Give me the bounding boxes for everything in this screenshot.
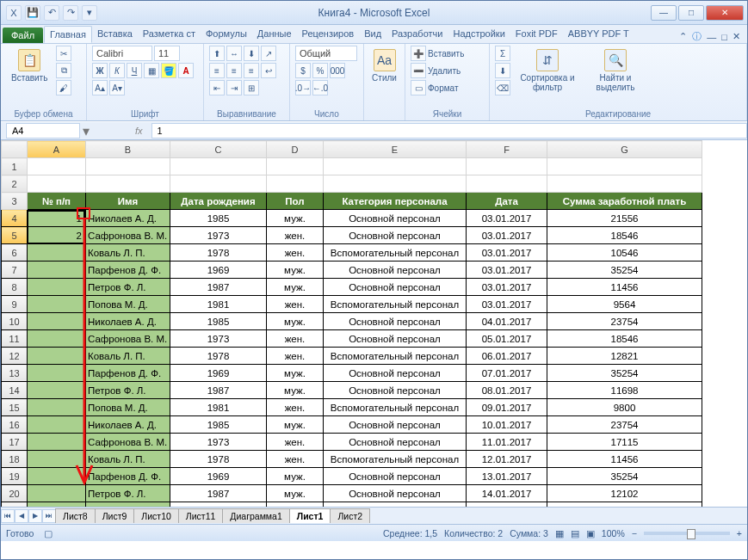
sheet-tab-Диаграмма1[interactable]: Диаграмма1 xyxy=(222,508,289,523)
cell-category[interactable]: Основной персонал xyxy=(324,468,467,485)
worksheet-grid[interactable]: ABCDEFG123№ п/пИмяДата рожденияПолКатего… xyxy=(1,140,747,507)
macro-record-icon[interactable]: ▢ xyxy=(44,528,53,538)
cell[interactable] xyxy=(547,175,702,193)
find-select-button[interactable]: 🔍 Найти и выделить xyxy=(584,46,646,95)
cell[interactable] xyxy=(28,175,86,193)
sheet-tab-Лист11[interactable]: Лист11 xyxy=(178,508,224,523)
cell-name[interactable]: Попова М. Д. xyxy=(86,296,170,313)
cell-birth[interactable]: 1969 xyxy=(170,262,267,279)
cell-sex[interactable]: муж. xyxy=(267,365,324,382)
cell-sex[interactable]: жен. xyxy=(267,296,324,313)
row-header-15[interactable]: 15 xyxy=(2,399,28,416)
number-format-select[interactable]: Общий xyxy=(295,46,357,61)
cell-category[interactable]: Вспомогательный персонал xyxy=(324,399,467,416)
qat-dropdown-icon[interactable]: ▾ xyxy=(82,5,97,21)
cell-sex[interactable]: муж. xyxy=(267,210,324,227)
cell-sex[interactable]: муж. xyxy=(267,382,324,399)
cell-date[interactable]: 05.01.2017 xyxy=(467,330,547,348)
cell-category[interactable]: Основной персонал xyxy=(324,262,467,279)
cell-date[interactable]: 03.01.2017 xyxy=(467,244,547,262)
cell-sex[interactable]: жен. xyxy=(267,348,324,365)
merge-icon[interactable]: ⊞ xyxy=(244,80,259,95)
cell[interactable] xyxy=(28,158,86,175)
sheet-tab-Лист10[interactable]: Лист10 xyxy=(133,508,179,523)
row-header-13[interactable]: 13 xyxy=(2,365,28,382)
cell-date[interactable]: 06.01.2017 xyxy=(467,348,547,365)
cell-date[interactable]: 03.01.2017 xyxy=(467,262,547,279)
row-header-16[interactable]: 16 xyxy=(2,416,28,434)
cell[interactable] xyxy=(170,175,267,193)
select-all-corner[interactable] xyxy=(2,141,28,158)
ribbon-tab-7[interactable]: Разработчи xyxy=(386,26,448,43)
cell-category[interactable]: Основной персонал xyxy=(324,330,467,348)
cell-date[interactable]: 15.01.2017 xyxy=(467,502,547,508)
cell-date[interactable]: 10.01.2017 xyxy=(467,416,547,434)
cell-category[interactable]: Основной персонал xyxy=(324,382,467,399)
cell-sum[interactable]: 9564 xyxy=(547,296,702,313)
copy-icon[interactable]: ⧉ xyxy=(56,63,71,78)
cell-name[interactable]: Петров Ф. Л. xyxy=(86,279,170,296)
fill-color-button[interactable]: 🪣 xyxy=(161,63,176,78)
cell-sum[interactable]: 9800 xyxy=(547,502,702,508)
indent-dec-icon[interactable]: ⇤ xyxy=(209,80,225,95)
cell-sum[interactable]: 17115 xyxy=(547,434,702,451)
cell-name[interactable]: Николаев А. Д. xyxy=(86,416,170,434)
cell-sex[interactable]: муж. xyxy=(267,416,324,434)
cell-idx[interactable] xyxy=(28,382,86,399)
col-header-D[interactable]: D xyxy=(267,141,324,158)
font-color-button[interactable]: A xyxy=(178,63,194,78)
cell-birth[interactable]: 1981 xyxy=(170,502,267,508)
cell-sum[interactable]: 11698 xyxy=(547,382,702,399)
cell-date[interactable]: 12.01.2017 xyxy=(467,451,547,468)
cell-date[interactable]: 14.01.2017 xyxy=(467,485,547,502)
cell-sum[interactable]: 35254 xyxy=(547,468,702,485)
cell-sex[interactable]: жен. xyxy=(267,227,324,244)
font-size-select[interactable]: 11 xyxy=(154,46,180,61)
cell-idx[interactable] xyxy=(28,485,86,502)
row-header-21[interactable]: 21 xyxy=(2,502,28,508)
cell-birth[interactable]: 1969 xyxy=(170,468,267,485)
cell-category[interactable]: Основной персонал xyxy=(324,227,467,244)
close-button[interactable]: ✕ xyxy=(706,5,744,21)
cell-name[interactable]: Петров Ф. Л. xyxy=(86,485,170,502)
cell-sex[interactable]: муж. xyxy=(267,485,324,502)
row-header-12[interactable]: 12 xyxy=(2,348,28,365)
cell-sum[interactable]: 10546 xyxy=(547,244,702,262)
cell-birth[interactable]: 1978 xyxy=(170,451,267,468)
row-header-3[interactable]: 3 xyxy=(2,193,28,210)
cell-sum[interactable]: 11456 xyxy=(547,279,702,296)
cell-sex[interactable]: муж. xyxy=(267,468,324,485)
cell-birth[interactable]: 1981 xyxy=(170,296,267,313)
cell[interactable] xyxy=(170,158,267,175)
cell-idx[interactable] xyxy=(28,451,86,468)
cell-date[interactable]: 13.01.2017 xyxy=(467,468,547,485)
align-center-icon[interactable]: ≡ xyxy=(226,63,242,78)
window-minimize-icon[interactable]: — xyxy=(707,32,716,42)
cell-name[interactable]: Попова М. Д. xyxy=(86,399,170,416)
sheet-nav-last-icon[interactable]: ⏭ xyxy=(42,509,56,523)
styles-button[interactable]: Aa Стили xyxy=(369,46,399,86)
ribbon-tab-9[interactable]: Foxit PDF xyxy=(510,26,563,43)
currency-icon[interactable]: $ xyxy=(295,63,311,78)
cell-idx[interactable] xyxy=(28,279,86,296)
inc-decimal-icon[interactable]: .0→ xyxy=(295,80,311,95)
cell-sum[interactable]: 11456 xyxy=(547,451,702,468)
cell-sum[interactable]: 21556 xyxy=(547,210,702,227)
cell-category[interactable]: Вспомогательный персонал xyxy=(324,296,467,313)
cell-birth[interactable]: 1985 xyxy=(170,416,267,434)
ribbon-tab-3[interactable]: Формулы xyxy=(201,26,252,43)
cell-name[interactable]: Коваль Л. П. xyxy=(86,451,170,468)
underline-button[interactable]: Ч xyxy=(127,63,142,78)
minimize-button[interactable]: — xyxy=(651,5,677,21)
cell-idx[interactable] xyxy=(28,365,86,382)
formula-bar[interactable]: 1 xyxy=(151,123,747,138)
cell-category[interactable]: Вспомогательный персонал xyxy=(324,244,467,262)
comma-icon[interactable]: 000 xyxy=(330,63,345,78)
namebox-dropdown-icon[interactable]: ▾ xyxy=(80,123,92,139)
cell-idx[interactable]: 2 xyxy=(28,227,86,244)
cell-category[interactable]: Основной персонал xyxy=(324,210,467,227)
cell[interactable] xyxy=(86,158,170,175)
fx-icon[interactable]: fx xyxy=(135,126,143,136)
cell-idx[interactable] xyxy=(28,296,86,313)
cell-idx[interactable] xyxy=(28,330,86,348)
